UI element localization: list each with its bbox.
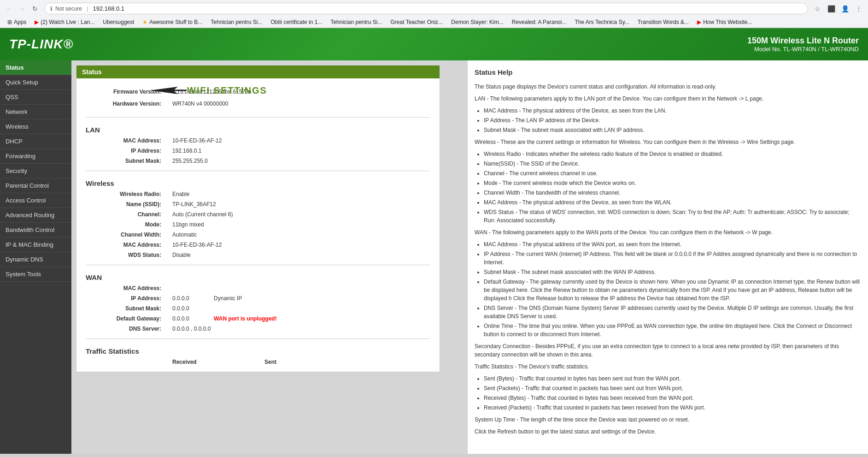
sidebar-item-dynamic-dns[interactable]: Dynamic DNS xyxy=(0,252,71,267)
help-wireless-item-1: Name(SSID) - The SSID of the Device. xyxy=(484,160,861,168)
bookmark-5[interactable]: Obtii certificate in 1... xyxy=(267,18,326,26)
help-secondary: Secondary Connection - Besides PPPoE, if… xyxy=(475,342,861,359)
bookmark-1[interactable]: ▶ (2) Watch Live : Lan... xyxy=(31,18,98,26)
sidebar-item-advanced-routing[interactable]: Advanced Routing xyxy=(0,208,71,223)
content-area: Status Quick Setup QSS Network Wireless … xyxy=(0,60,868,454)
sidebar-item-dhcp[interactable]: DHCP xyxy=(0,134,71,149)
wan-ip-type: Dynamic IP xyxy=(214,295,242,302)
bookmark-apps[interactable]: ⊞ Apps xyxy=(4,18,30,26)
bookmark-1-label: (2) Watch Live : Lan... xyxy=(41,19,94,25)
hardware-label: Hardware Version: xyxy=(86,99,169,109)
help-lan-item-0: MAC Address - The physical address of th… xyxy=(484,107,861,115)
model-number: Model No. TL-WR740N / TL-WR740ND xyxy=(747,46,859,53)
lan-subnet-value: 255.255.255.0 xyxy=(169,156,430,166)
wireless-mode-label: Mode: xyxy=(86,220,169,230)
wifi-arrow-icon xyxy=(150,85,187,96)
lan-table: MAC Address: 10-FE-ED-36-AF-12 IP Addres… xyxy=(86,136,430,166)
help-traffic-stats: Traffic Statistics - The Device's traffi… xyxy=(475,362,861,371)
router-model-info: 150M Wireless Lite N Router Model No. TL… xyxy=(747,36,859,53)
url-input[interactable] xyxy=(93,5,802,12)
wan-ip-label: IP Address: xyxy=(86,293,169,303)
sent-header: Sent xyxy=(261,357,430,367)
apps-icon: ⊞ xyxy=(7,19,12,25)
help-traffic-item-0: Sent (Bytes) - Traffic that counted in b… xyxy=(484,374,861,383)
divider-3 xyxy=(86,265,430,265)
wan-table: MAC Address: IP Address: 0.0.0.0 Dynamic… xyxy=(86,283,430,334)
sidebar-item-ip-mac-binding[interactable]: IP & MAC Binding xyxy=(0,237,71,252)
bookmark-10-label: The Ars Technica Sy... xyxy=(575,19,629,25)
reload-button[interactable]: ↻ xyxy=(29,3,41,14)
bookmark-10[interactable]: The Ars Technica Sy... xyxy=(571,18,633,26)
bookmark-4[interactable]: Tehnician pentru Si... xyxy=(207,18,266,26)
bookmark-2[interactable]: Ubersuggest xyxy=(99,18,138,26)
hardware-value: WR740N v4 00000000 xyxy=(169,99,430,109)
sidebar-item-quick-setup[interactable]: Quick Setup xyxy=(0,75,71,90)
wifi-settings-text: WIFI SETTINGS xyxy=(187,85,267,96)
help-wan-item-1: IP Address - The current WAN (Internet) … xyxy=(484,250,861,267)
main-scroll[interactable]: Status Firmware Version: 3.13.0 Build 12… xyxy=(71,60,467,454)
bookmarks-bar: ⊞ Apps ▶ (2) Watch Live : Lan... Ubersug… xyxy=(0,17,868,28)
divider-1 xyxy=(86,117,430,118)
sidebar: Status Quick Setup QSS Network Wireless … xyxy=(0,60,71,454)
security-icon: ℹ xyxy=(50,6,53,12)
lan-ip-value: 192.168.0.1 xyxy=(169,146,430,156)
bookmark-11[interactable]: Transition Words &... xyxy=(634,18,692,26)
help-wan-list: MAC Address - The physical address of th… xyxy=(484,240,861,338)
bookmark-6-label: Tehnician pentru Si... xyxy=(330,19,382,25)
status-panel: Status Firmware Version: 3.13.0 Build 12… xyxy=(76,65,440,372)
wireless-wds-value: Disable xyxy=(169,250,430,260)
nav-buttons: ← → ↻ xyxy=(4,3,41,14)
bookmark-8-label: Demon Slayer: Kim... xyxy=(451,19,503,25)
sidebar-item-qss[interactable]: QSS xyxy=(0,90,71,105)
help-wan-item-2: Subnet Mask - The subnet mask associated… xyxy=(484,268,861,276)
help-lan-list: MAC Address - The physical address of th… xyxy=(484,107,861,134)
bookmark-3-label: Awesome Stuff to B... xyxy=(149,19,202,25)
youtube-icon-2: ▶ xyxy=(697,19,701,25)
address-bar[interactable]: ℹ Not secure | xyxy=(44,3,808,14)
help-wireless-list: Wireless Radio - Indicates whether the w… xyxy=(484,150,861,225)
bookmark-star-button[interactable]: ☆ xyxy=(812,3,823,14)
sidebar-item-security[interactable]: Security xyxy=(0,164,71,178)
bookmark-9-label: Revealed: A Paranoi... xyxy=(512,19,567,25)
help-lan-item-2: Subnet Mask - The subnet mask associated… xyxy=(484,126,861,134)
sidebar-item-status[interactable]: Status xyxy=(0,60,71,75)
security-label: Not secure xyxy=(55,6,82,12)
help-title: Status Help xyxy=(475,67,861,78)
wireless-mac-value: 10-FE-ED-36-AF-12 xyxy=(169,240,430,250)
bookmark-9[interactable]: Revealed: A Paranoi... xyxy=(508,18,570,26)
profile-button[interactable]: 👤 xyxy=(839,3,850,14)
wan-ip-value: 0.0.0.0 Dynamic IP xyxy=(169,293,430,303)
bookmark-7-label: Great Teacher Oniz... xyxy=(391,19,443,25)
wireless-channel-value: Auto (Current channel 6) xyxy=(169,209,430,220)
youtube-icon: ▶ xyxy=(35,19,39,25)
bookmark-5-label: Obtii certificate in 1... xyxy=(270,19,322,25)
bookmark-3[interactable]: ★ Awesome Stuff to B... xyxy=(139,18,206,26)
extensions-button[interactable]: ⬛ xyxy=(826,3,837,14)
forward-button[interactable]: → xyxy=(17,3,28,14)
bookmark-7[interactable]: Great Teacher Oniz... xyxy=(387,18,447,26)
help-system-up: System Up Time - The length of the time … xyxy=(475,415,861,424)
bookmark-2-label: Ubersuggest xyxy=(103,19,134,25)
wireless-width-value: Automatic xyxy=(169,230,430,240)
sidebar-item-wireless[interactable]: Wireless xyxy=(0,119,71,134)
help-lan-intro: LAN - The following parameters apply to … xyxy=(475,95,861,103)
bookmark-8[interactable]: Demon Slayer: Kim... xyxy=(447,18,507,26)
sidebar-item-network[interactable]: Network xyxy=(0,105,71,119)
sidebar-item-forwarding[interactable]: Forwarding xyxy=(0,149,71,164)
wireless-ssid-value: TP-LINK_36AF12 xyxy=(169,199,430,209)
bookmark-6[interactable]: Tehnician pentru Si... xyxy=(327,18,386,26)
sidebar-item-access-control[interactable]: Access Control xyxy=(0,193,71,208)
help-lan-item-1: IP Address - The LAN IP address of the D… xyxy=(484,116,861,125)
back-button[interactable]: ← xyxy=(4,3,15,14)
bookmark-12-label: How This Website... xyxy=(703,19,752,25)
wifi-overlay: WIFI SETTINGS xyxy=(150,85,267,96)
sidebar-item-bandwidth-control[interactable]: Bandwidth Control xyxy=(0,223,71,237)
bookmark-12[interactable]: ▶ How This Website... xyxy=(693,18,756,26)
help-wan-item-5: Online Time - The time that you online. … xyxy=(484,322,861,338)
help-wan-item-3: Default Gateway - The gateway currently … xyxy=(484,278,861,303)
menu-button[interactable]: ⋮ xyxy=(853,3,864,14)
sidebar-item-parental-control[interactable]: Parental Control xyxy=(0,178,71,193)
help-intro: The Status page displays the Device's cu… xyxy=(475,83,861,91)
sidebar-item-system-tools[interactable]: System Tools xyxy=(0,267,71,282)
help-wan-intro: WAN - The following parameters apply to … xyxy=(475,228,861,237)
